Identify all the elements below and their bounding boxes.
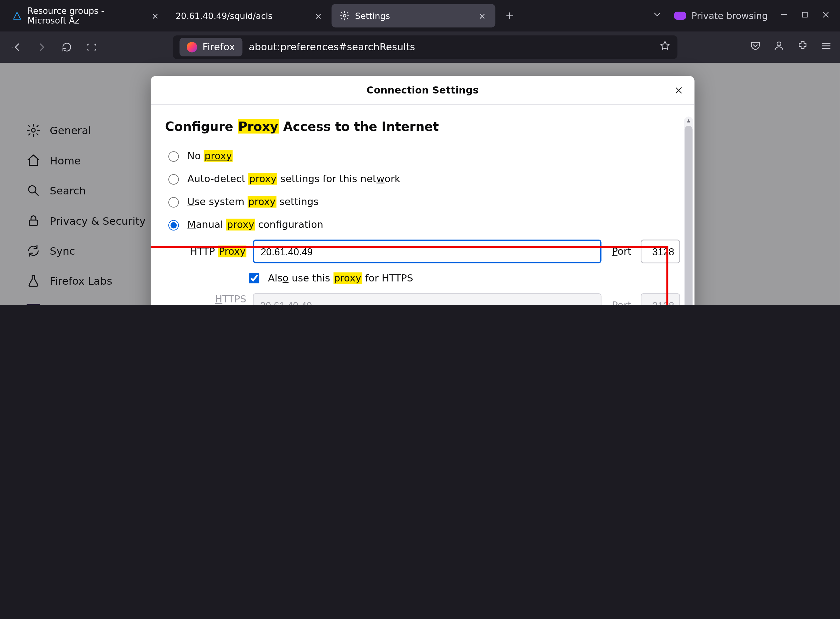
dialog-scrollbar[interactable]: ▴ ▾ [684, 117, 693, 305]
close-icon[interactable]: × [150, 10, 160, 21]
azure-icon [12, 10, 22, 21]
radio-label: Auto-detect proxy settings for this netw… [187, 172, 400, 184]
window-maximize-icon[interactable] [801, 10, 809, 22]
connection-settings-dialog: Connection Settings Configure Proxy Acce… [151, 76, 695, 305]
dialog-title: Connection Settings [367, 84, 478, 96]
proxy-option-no-proxy[interactable]: No proxy [165, 144, 680, 167]
new-tab-button[interactable] [499, 5, 520, 26]
window-close-icon[interactable] [821, 9, 831, 22]
radio-label: Manual proxy configuration [187, 218, 323, 230]
tab-settings[interactable]: Settings × [332, 4, 496, 27]
tab-label: Settings [355, 11, 472, 21]
private-label: Private browsing [692, 10, 768, 21]
proxy-option-auto-detect[interactable]: Auto-detect proxy settings for this netw… [165, 167, 680, 190]
close-icon[interactable]: × [313, 10, 323, 21]
http-port-input[interactable] [641, 239, 680, 263]
account-icon[interactable] [773, 40, 785, 54]
tab-label: 20.61.40.49/squid/acls [175, 11, 308, 21]
radio-system-proxy[interactable] [168, 197, 179, 207]
https-proxy-label: HTTPS Proxy [185, 293, 246, 305]
private-browsing-indicator: Private browsing [675, 10, 768, 21]
checkbox-label: Also use this proxy for HTTPS [268, 272, 413, 284]
back-button[interactable] [8, 38, 26, 57]
reload-button[interactable] [58, 38, 76, 57]
also-https-checkbox[interactable] [249, 273, 259, 283]
svg-point-0 [343, 15, 346, 17]
svg-point-2 [777, 42, 781, 46]
also-https-row[interactable]: Also use this proxy for HTTPS [246, 267, 680, 290]
radio-label: Use system proxy settings [187, 195, 319, 207]
nav-toolbar: Firefox about:preferences#searchResults [0, 31, 840, 63]
http-proxy-input[interactable] [253, 239, 601, 263]
dialog-heading: Configure Proxy Access to the Internet [165, 119, 680, 134]
gear-icon [339, 10, 350, 21]
app-root: Resource groups - Microsoft Az × 20.61.4… [0, 0, 840, 305]
mask-icon [675, 12, 686, 19]
list-all-tabs-icon[interactable] [652, 9, 663, 22]
tab-label: Resource groups - Microsoft Az [27, 6, 145, 25]
radio-no-proxy[interactable] [168, 151, 179, 161]
svg-rect-1 [802, 12, 807, 17]
https-proxy-row: HTTPS Proxy Port [185, 290, 680, 305]
forward-button[interactable] [33, 38, 51, 57]
dialog-header: Connection Settings [151, 76, 695, 105]
http-port-label: Port [612, 246, 634, 257]
scroll-up-arrow-icon[interactable]: ▴ [684, 117, 693, 124]
pocket-icon[interactable] [749, 40, 761, 54]
window-minimize-icon[interactable] [780, 10, 789, 22]
close-icon[interactable]: × [477, 10, 487, 21]
tab-squid-acls[interactable]: 20.61.40.49/squid/acls × [168, 4, 332, 27]
https-proxy-input [253, 293, 601, 305]
radio-auto-detect[interactable] [168, 174, 179, 184]
firefox-icon [187, 42, 197, 52]
radio-manual-proxy[interactable] [168, 220, 179, 230]
screenshot-icon[interactable] [82, 38, 101, 57]
tab-resource-groups[interactable]: Resource groups - Microsoft Az × [4, 4, 168, 27]
dialog-body: Configure Proxy Access to the Internet N… [151, 105, 695, 305]
app-menu-icon[interactable] [821, 40, 832, 54]
proxy-option-manual[interactable]: Manual proxy configuration [165, 213, 680, 236]
https-port-input [641, 293, 680, 305]
extensions-icon[interactable] [797, 40, 809, 54]
tab-strip: Resource groups - Microsoft Az × 20.61.4… [0, 0, 840, 31]
scrollbar-thumb[interactable] [684, 126, 692, 305]
https-port-label: Port [612, 299, 634, 305]
http-proxy-row: HTTP Proxy Port [185, 236, 680, 267]
url-bar[interactable]: Firefox about:preferences#searchResults [173, 36, 677, 59]
proxy-option-system[interactable]: Use system proxy settings [165, 190, 680, 213]
http-proxy-label: HTTP Proxy [185, 246, 246, 257]
radio-label: No proxy [187, 150, 232, 161]
dialog-close-button[interactable] [670, 81, 688, 100]
identity-label: Firefox [202, 41, 235, 53]
url-text: about:preferences#searchResults [249, 41, 653, 53]
bookmark-star-icon[interactable] [659, 40, 671, 54]
identity-box[interactable]: Firefox [179, 38, 242, 57]
